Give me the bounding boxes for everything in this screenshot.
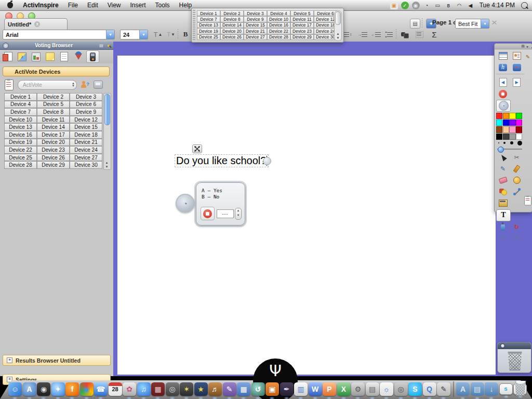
trash-widget-close-icon[interactable]	[500, 343, 505, 348]
dock-icon-powerpoint[interactable]: P	[323, 382, 336, 396]
popup-device-cell[interactable]: Device 17	[290, 22, 314, 28]
dock-icon-quicktime[interactable]: Q	[423, 382, 436, 396]
menu-view[interactable]: View	[103, 0, 126, 10]
doc-icon[interactable]: ▤	[521, 44, 525, 48]
color-swatch[interactable]	[509, 113, 515, 119]
device-cell[interactable]: Device 7	[4, 108, 37, 116]
device-cell[interactable]: Device 10	[4, 116, 37, 124]
volume-icon[interactable]: ◀	[467, 2, 474, 9]
dock-icon-system-preferences[interactable]: ⚙	[351, 382, 365, 396]
font-family-select[interactable]: Arial ▼	[3, 30, 115, 39]
dock-icon-finder[interactable]: ☺	[8, 382, 22, 396]
device-cell[interactable]: Device 21	[70, 139, 102, 147]
dock-icon-photo-booth[interactable]: ◎	[166, 382, 179, 396]
popup-device-cell[interactable]: Device 25	[197, 34, 220, 40]
popup-scroll-down-icon[interactable]: ▼	[335, 36, 341, 39]
bold-button[interactable]: B	[181, 30, 190, 39]
main-menu-button[interactable]	[496, 50, 510, 61]
device-cell[interactable]: Device 6	[70, 101, 102, 109]
dock-icon-dashboard[interactable]: ◉	[37, 382, 50, 396]
stop-vote-tool-button[interactable]	[496, 88, 510, 99]
dock-icon-iphoto[interactable]: ✿	[123, 382, 136, 396]
text-tool-button[interactable]: T	[496, 209, 511, 221]
time-machine-icon[interactable]: ◔	[423, 2, 431, 9]
tools-button[interactable]: ✂	[510, 152, 524, 163]
dock-icon-ichat[interactable]: ☎	[94, 382, 108, 396]
device-cell[interactable]: Device 26	[37, 154, 70, 162]
dock-icon-itunes[interactable]: ♫	[137, 382, 151, 396]
fit-page-icon[interactable]: ✕	[491, 19, 498, 26]
color-swatch[interactable]	[503, 126, 509, 132]
popup-device-cell[interactable]: Device 3	[244, 10, 267, 16]
menu-insert[interactable]: Insert	[126, 0, 151, 10]
scroll-down-icon[interactable]: ▼	[104, 165, 110, 168]
profile-button[interactable]	[510, 50, 524, 61]
pen-width-slider[interactable]	[496, 147, 523, 152]
text-edit-handle[interactable]	[263, 157, 271, 165]
browser-close-icon[interactable]	[3, 43, 9, 49]
trash-can-icon[interactable]	[507, 352, 523, 370]
action-browser-button[interactable]	[72, 51, 84, 62]
pen-width-option[interactable]	[498, 142, 499, 143]
redo-button[interactable]: ↷	[510, 233, 524, 244]
menu-tools[interactable]: Tools	[151, 0, 175, 10]
menu-file[interactable]: File	[63, 0, 83, 10]
decrease-text-size-button[interactable]: T▼	[166, 30, 176, 39]
color-swatch[interactable]	[516, 119, 522, 126]
device-cell[interactable]: Device 4	[4, 101, 37, 109]
resource-stamp-button[interactable]	[496, 198, 510, 209]
device-cell[interactable]: Device 9	[70, 108, 102, 116]
eraser-tool-button[interactable]	[496, 175, 510, 186]
tab-close-icon[interactable]: x	[34, 21, 40, 27]
popup-device-cell[interactable]: Device 13	[197, 22, 220, 28]
popup-device-cell[interactable]: Device 11	[290, 16, 314, 22]
decrease-indent-button[interactable]: ←	[370, 30, 381, 39]
color-swatch[interactable]	[516, 113, 522, 119]
popup-device-cell[interactable]: Device 27	[244, 34, 267, 40]
device-cell[interactable]: Device 2	[37, 93, 70, 101]
start-vote-tool-button[interactable]: ◔	[496, 100, 511, 112]
increase-indent-button[interactable]: →	[356, 30, 368, 39]
dock-icon-time-machine[interactable]: ↺	[251, 382, 265, 396]
popup-device-cell[interactable]: Device 16	[267, 22, 290, 28]
toolbox-title-bar[interactable]: ▤ ●	[495, 44, 532, 49]
popup-device-cell[interactable]: Device 20	[220, 28, 244, 34]
reset-page-button[interactable]: ↻	[510, 222, 524, 233]
dock-icon-folder-downloads[interactable]: ↓	[485, 382, 498, 396]
color-swatch[interactable]	[496, 113, 502, 119]
pen-width-option[interactable]	[503, 142, 506, 144]
dual-user-mode-button[interactable]: ✎	[524, 51, 531, 62]
device-cell[interactable]: Device 28	[4, 161, 37, 169]
color-swatch[interactable]	[496, 126, 502, 132]
color-swatch[interactable]	[496, 134, 502, 140]
clipboard-icon[interactable]	[5, 79, 14, 90]
dock-icon-word[interactable]: W	[309, 382, 322, 396]
popup-device-cell[interactable]: Device 28	[267, 34, 290, 40]
page-browser-button[interactable]	[2, 51, 14, 62]
zoom-fit-select[interactable]: Best Fit ▼	[455, 19, 489, 29]
dock-icon-chrome[interactable]: ◉	[80, 382, 94, 396]
expand-icon[interactable]: +	[7, 357, 12, 363]
previous-page-button[interactable]: ◀	[496, 77, 510, 88]
device-cell[interactable]: Device 5	[37, 101, 70, 109]
popup-device-cell[interactable]: Device 1	[197, 10, 220, 16]
dock-icon-orange-box[interactable]: ▣	[265, 382, 279, 396]
dock-icon-folder-documents[interactable]: ▤	[471, 382, 484, 396]
device-cell[interactable]: Device 27	[70, 154, 102, 162]
color-swatch[interactable]	[509, 134, 515, 140]
device-cell[interactable]: Device 3	[70, 93, 102, 101]
popup-device-cell[interactable]: Device 4	[267, 10, 290, 16]
popup-device-cell[interactable]: Device 29	[290, 34, 314, 40]
device-cell[interactable]: Device 19	[4, 139, 37, 147]
object-browser-button[interactable]	[30, 51, 42, 62]
device-cell[interactable]: Device 20	[37, 139, 70, 147]
dock-icon-app-store[interactable]: A	[23, 382, 36, 396]
dock-icon-remote-app[interactable]: ◎	[394, 382, 408, 396]
popup-device-cell[interactable]: Device 5	[290, 10, 314, 16]
popup-device-cell[interactable]: Device 9	[244, 16, 267, 22]
annotate-button[interactable]: h	[496, 62, 510, 73]
dropdown-arrow-icon[interactable]: ▼	[139, 30, 148, 39]
page-trash-widget[interactable]	[497, 342, 531, 373]
popup-drag-handle[interactable]	[193, 10, 195, 40]
insert-symbol-button[interactable]: Σ	[429, 30, 440, 39]
